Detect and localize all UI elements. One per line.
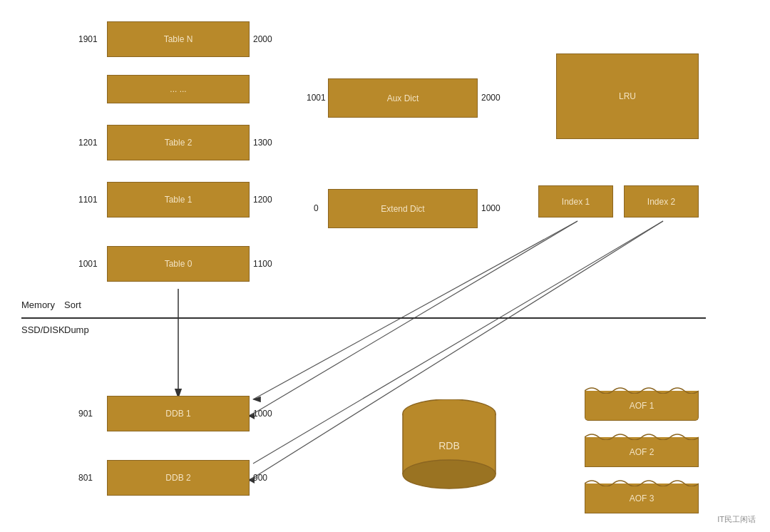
extend-dict-box: Extend Dict (328, 189, 478, 228)
table-0-right-num: 1100 (253, 259, 272, 269)
ddb-1-label: DDB 1 (165, 409, 190, 419)
table-n-left-num: 1901 (78, 34, 98, 44)
ellipsis-label: ... ... (170, 84, 186, 94)
ddb-1-left-num: 901 (78, 409, 93, 419)
table-1-box: Table 1 (107, 182, 250, 218)
aof-1-label: AOF 1 (630, 401, 654, 411)
aof-2-box: AOF 2 (585, 437, 699, 467)
table-1-right-num: 1200 (253, 195, 272, 205)
aof-3-wavy-top (585, 478, 699, 486)
sort-label: Sort (64, 300, 81, 310)
ddb-2-box: DDB 2 (107, 460, 250, 496)
extend-dict-label: Extend Dict (381, 204, 424, 214)
svg-point-14 (403, 460, 496, 488)
index-1-box: Index 1 (538, 185, 613, 218)
ddb-2-label: DDB 2 (165, 473, 190, 483)
aof-1-box: AOF 1 (585, 391, 699, 421)
table-n-right-num: 2000 (253, 34, 272, 44)
aof-3-label: AOF 3 (630, 493, 654, 503)
aux-dict-right-num: 2000 (481, 93, 500, 103)
aux-dict-box: Aux Dict (328, 78, 478, 118)
ddb-2-left-num: 801 (78, 473, 93, 483)
table-0-left-num: 1001 (78, 259, 98, 269)
memory-label: Memory (21, 300, 55, 310)
ddb-1-box: DDB 1 (107, 396, 250, 431)
memory-divider (21, 317, 706, 319)
aux-dict-label: Aux Dict (387, 93, 419, 103)
ddb-2-right-num: 900 (253, 473, 267, 483)
table-1-label: Table 1 (165, 195, 192, 205)
table-n-label: Table N (164, 34, 193, 44)
table-2-left-num: 1201 (78, 138, 98, 148)
svg-text:RDB: RDB (438, 440, 460, 451)
table-0-box: Table 0 (107, 246, 250, 282)
index-1-label: Index 1 (562, 197, 590, 207)
table-n-box: Table N (107, 21, 250, 57)
aof-2-label: AOF 2 (630, 447, 654, 457)
aof-2-wavy-top (585, 431, 699, 440)
table-2-box: Table 2 (107, 125, 250, 160)
diagram-container: Memory Sort SSD/DISK Dump Table N 1901 2… (0, 0, 770, 532)
aof-1-wavy-top (585, 385, 699, 394)
ellipsis-box: ... ... (107, 75, 250, 103)
extend-dict-left-num: 0 (314, 203, 319, 213)
extend-dict-right-num: 1000 (481, 203, 500, 213)
lru-box: LRU (556, 53, 699, 139)
lru-label: LRU (619, 91, 636, 101)
index-2-label: Index 2 (647, 197, 675, 207)
watermark: IT民工闲话 (717, 514, 756, 525)
ddb-1-right-num: 1000 (253, 409, 272, 419)
aof-3-box: AOF 3 (585, 484, 699, 513)
table-1-left-num: 1101 (78, 195, 98, 205)
table-2-right-num: 1300 (253, 138, 272, 148)
index-2-box: Index 2 (624, 185, 699, 218)
rdb-cylinder: RDB (399, 399, 499, 492)
table-2-label: Table 2 (165, 138, 192, 148)
aux-dict-left-num: 1001 (307, 93, 326, 103)
dump-label: Dump (64, 324, 89, 335)
ssddisk-label: SSD/DISK (21, 324, 65, 335)
svg-line-3 (253, 221, 578, 399)
table-0-label: Table 0 (165, 259, 192, 269)
